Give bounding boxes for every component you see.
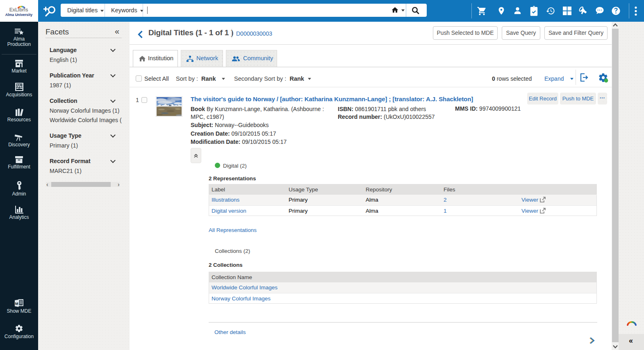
svg-text:ExLibris: ExLibris [9,7,28,13]
svg-text:Alma University: Alma University [5,13,33,17]
svg-text:M: M [15,301,18,306]
